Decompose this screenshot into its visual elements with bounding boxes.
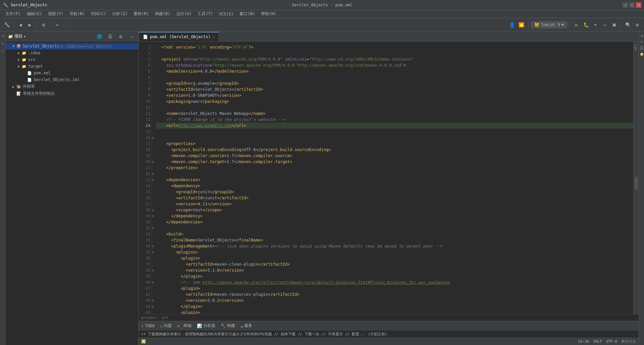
tab-close-button[interactable]: ✕ <box>213 35 215 39</box>
menu-edit[interactable]: 编辑(E) <box>24 10 45 17</box>
charset-indicator[interactable]: UTF-8 <box>606 339 617 344</box>
menu-run[interactable]: 运行(U) <box>174 10 195 17</box>
run-button[interactable]: ▶ <box>573 21 581 29</box>
line-numbers: 1 2 3 4 5 6 7 8 9 10 11 12 13 14 15 16 1… <box>139 42 152 314</box>
menu-window[interactable]: 窗口(W) <box>237 10 258 17</box>
project-collapse-icon[interactable]: ☰ <box>106 32 114 41</box>
todo-button[interactable]: ✓ TODO <box>141 324 155 328</box>
line-num-21: 21 <box>140 165 150 171</box>
nav-back-icon[interactable]: ◀ <box>16 21 24 29</box>
left-sidebar: P S ⚓ <box>0 31 5 345</box>
right-sidebar-maven-icon[interactable]: M <box>639 33 644 38</box>
build-button[interactable]: 🔨 构建 <box>221 323 235 329</box>
line-ending-indicator[interactable]: CRLF <box>593 339 602 344</box>
back-icon[interactable]: ↩ <box>53 21 61 29</box>
line-num-7: 7 <box>140 80 150 86</box>
tree-item-target[interactable]: ▶ 📁 target <box>5 63 138 70</box>
menu-tools[interactable]: 工具(T) <box>195 10 216 17</box>
search-icon[interactable]: 🔍 <box>624 21 632 29</box>
fold-marker-29[interactable]: ▼ <box>152 213 156 219</box>
fold-marker-38[interactable]: ▼ <box>152 267 156 273</box>
minimize-button[interactable]: — <box>623 2 628 8</box>
fold-marker-23[interactable]: ▼ <box>152 177 156 183</box>
more-run-icon[interactable]: ⋯ <box>601 21 609 29</box>
tree-idea-label: .idea <box>28 51 40 55</box>
right-sidebar-database-icon[interactable]: DB <box>639 46 644 50</box>
tree-item-external-libs[interactable]: ▶ 📚 外部库 <box>5 83 138 90</box>
breadcrumb-project[interactable]: project <box>141 316 157 320</box>
menu-code[interactable]: 代码(C) <box>88 10 109 17</box>
line-col-indicator[interactable]: 14:36 <box>578 339 589 344</box>
menu-navigate[interactable]: 导航(N) <box>67 10 88 17</box>
menu-view[interactable]: 视图(V) <box>45 10 66 17</box>
notification-text: ⬇ 下载预构建共享索引：使用预构建的JDK共享索引引减少少引时间和CPU负载 /… <box>144 332 387 337</box>
coverage-button[interactable]: ☂ <box>591 21 599 29</box>
toolbar-sep-5 <box>528 21 529 28</box>
event-log-button[interactable]: 事件日志 <box>621 339 636 344</box>
fold-marker-22[interactable]: ▼ <box>152 171 156 177</box>
menu-analyze[interactable]: 分析(Z) <box>109 10 130 17</box>
settings-icon[interactable]: ⚙ <box>40 21 48 29</box>
profiler-button[interactable]: 📊 分析器 <box>197 323 215 329</box>
tab-pom-xml[interactable]: 📄 pom.xml (Servlet_Objects) ✕ <box>139 32 219 41</box>
scrollbar-thumb[interactable] <box>635 177 638 190</box>
line-num-40: 40 <box>140 279 150 285</box>
tree-item-pom[interactable]: ▶ 📄 pom.xml <box>5 70 138 76</box>
editor-scrollbar[interactable]: ⚠ 1 <box>633 42 639 314</box>
services-button[interactable]: ☁ 服务 <box>240 323 252 329</box>
tree-extlibs-label: 外部库 <box>23 84 35 89</box>
nav-up-icon[interactable]: 🔼 <box>518 21 526 29</box>
maximize-button[interactable]: □ <box>629 2 635 8</box>
tree-item-src[interactable]: ▶ 📁 src <box>5 56 138 63</box>
project-scope-icon[interactable]: 🌐 <box>95 32 103 41</box>
fold-marker-31[interactable]: ▼ <box>152 225 156 231</box>
menu-build[interactable]: 构建(B) <box>152 10 173 17</box>
breadcrumb-url[interactable]: url <box>162 316 168 320</box>
left-sidebar-icon-1[interactable]: P <box>0 33 5 38</box>
menu-help[interactable]: 帮助(H) <box>258 10 279 17</box>
project-minimize-icon[interactable]: — <box>127 32 136 41</box>
tree-item-drafts[interactable]: ▶ 📝 草稿文件和控制台 <box>5 90 138 97</box>
fold-marker-20[interactable]: ▼ <box>152 159 156 165</box>
tree-root[interactable]: ▼ 📦 Servlet_Objects D:\IDEA\Servlet_Obje… <box>5 43 138 50</box>
app-name: Servlet_Objects <box>11 3 47 7</box>
account-icon[interactable]: 👤 <box>508 21 516 29</box>
project-dropdown-icon[interactable]: ▼ <box>24 35 25 38</box>
menu-file[interactable]: 文件(F) <box>3 10 23 17</box>
bottom-toolbar: ✓ TODO ⚠ 问题 >_ 终端 📊 分析器 🔨 构建 ☁ 服务 <box>139 321 639 330</box>
code-editor[interactable]: <?xml version="1.0" encoding="UTF-8"?> <… <box>156 42 633 314</box>
git-icon: 🔀 <box>141 339 146 344</box>
debug-button[interactable]: 🐛 <box>582 21 590 29</box>
line-num-9: 9 <box>140 92 150 98</box>
tree-target-icon: 📁 <box>21 64 27 69</box>
fold-marker-34[interactable]: ▼ <box>152 243 156 249</box>
project-settings-icon[interactable]: ⚙ <box>117 32 125 41</box>
gear-icon[interactable]: ⚙ <box>633 21 641 29</box>
fold-marker-35[interactable]: ▼ <box>152 249 156 255</box>
close-button[interactable]: ✕ <box>636 2 641 8</box>
left-sidebar-icon-3[interactable]: ⚓ <box>0 48 5 53</box>
problems-button[interactable]: ⚠ 问题 <box>160 323 172 329</box>
fold-marker-44[interactable]: ▼ <box>152 303 156 309</box>
right-sidebar-gradle-icon[interactable]: G <box>639 40 644 44</box>
project-icon[interactable]: 🔧 <box>3 21 11 29</box>
tree-item-idea[interactable]: ▶ 📁 .idea <box>5 50 138 56</box>
menu-vcs[interactable]: VCS(S) <box>216 11 236 17</box>
fold-marker-43[interactable]: ▼ <box>152 297 156 303</box>
menu-refactor[interactable]: 重构(R) <box>131 10 152 17</box>
line-num-23: 23 <box>140 177 150 183</box>
stop-button[interactable]: ⏹ <box>610 21 618 29</box>
tree-root-path: D:\IDEA\Servlet_Objects <box>60 44 111 49</box>
run-config-dropdown[interactable]: 🐱 Tomcat 9 ▼ <box>531 21 567 28</box>
tree-item-iml[interactable]: ▶ 📄 Servlet_Objects.iml <box>5 76 138 83</box>
fold-marker-40[interactable]: ▼ <box>152 279 156 285</box>
notification-icon: ⬇ <box>141 332 144 336</box>
nav-forward-icon[interactable]: ▶ <box>26 21 34 29</box>
right-sidebar-bookmark-icon[interactable]: ⭐ <box>639 52 644 56</box>
left-sidebar-icon-2[interactable]: S <box>0 41 5 46</box>
fold-marker-28[interactable]: ▼ <box>152 207 156 213</box>
toolbar-sep-3 <box>50 21 51 28</box>
fold-marker-16[interactable]: ▼ <box>152 135 156 141</box>
terminal-button[interactable]: >_ 终端 <box>177 323 191 329</box>
line-num-1: 1 <box>140 44 150 50</box>
